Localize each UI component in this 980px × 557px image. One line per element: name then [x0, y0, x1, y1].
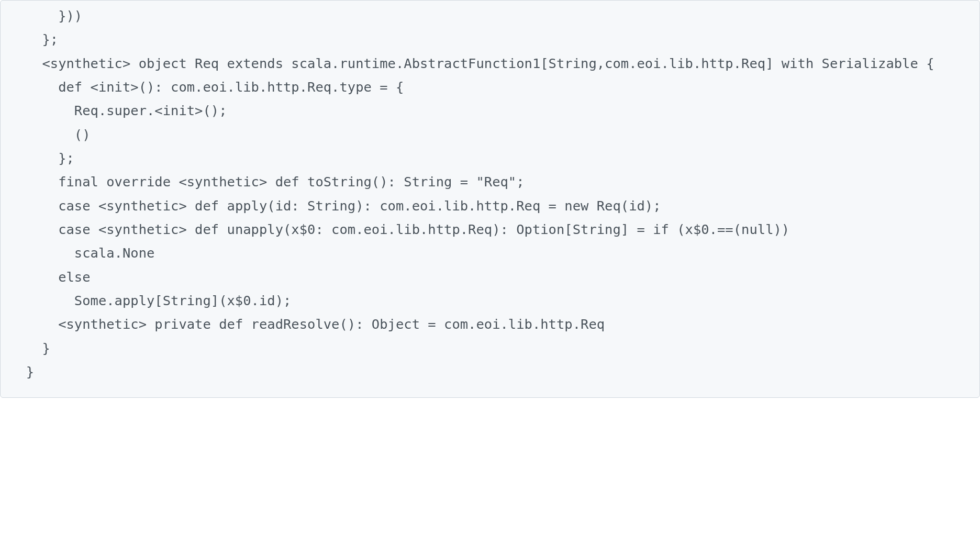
code-block: })) }; <synthetic> object Req extends sc…: [0, 0, 980, 398]
code-content: })) }; <synthetic> object Req extends sc…: [10, 8, 934, 380]
